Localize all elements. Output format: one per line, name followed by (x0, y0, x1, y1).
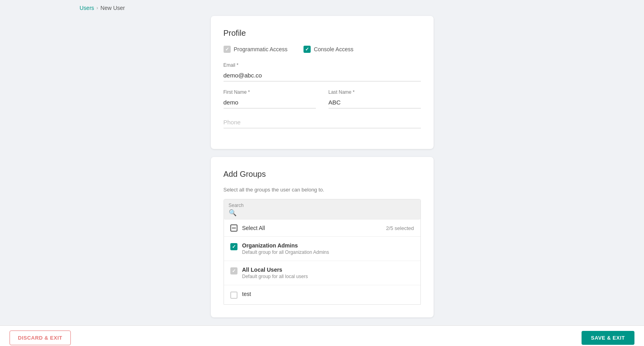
footer-bar: DISCARD & EXIT SAVE & EXIT (0, 325, 644, 346)
access-checkboxes: ✓ Programmatic Access ✓ Console Access (224, 46, 421, 53)
profile-card: Profile ✓ Programmatic Access ✓ Console … (211, 16, 434, 149)
group-checkbox-test[interactable] (230, 292, 237, 299)
breadcrumb: Users › New User (80, 5, 564, 11)
email-label: Email * (224, 62, 421, 68)
group-checkbox-local-users[interactable]: ✓ (230, 267, 237, 274)
profile-title: Profile (224, 29, 421, 38)
save-exit-button[interactable]: SAVE & EXIT (582, 331, 634, 345)
last-name-group: Last Name * (329, 89, 421, 108)
programmatic-access-item[interactable]: ✓ Programmatic Access (224, 46, 288, 53)
breadcrumb-users-link[interactable]: Users (80, 5, 94, 11)
first-name-label: First Name * (224, 89, 316, 95)
console-access-checkbox[interactable]: ✓ (304, 46, 311, 53)
group-item[interactable]: test (224, 285, 420, 304)
check-icon: ✓ (305, 47, 309, 52)
groups-title: Add Groups (224, 170, 421, 179)
discard-exit-button[interactable]: DISCARD & EXIT (10, 331, 71, 345)
breadcrumb-separator: › (97, 5, 98, 11)
console-access-label: Console Access (314, 46, 354, 52)
check-icon: ✓ (232, 269, 236, 273)
name-row: First Name * Last Name * (224, 89, 421, 108)
search-input[interactable] (239, 210, 416, 216)
search-box: Search 🔍 (224, 199, 420, 220)
console-access-item[interactable]: ✓ Console Access (304, 46, 354, 53)
breadcrumb-current: New User (101, 5, 125, 11)
group-info: All Local Users Default group for all lo… (242, 267, 414, 279)
group-item[interactable]: ✓ All Local Users Default group for all … (224, 261, 420, 285)
breadcrumb-area: Users › New User (0, 0, 644, 16)
check-icon: ✓ (225, 47, 229, 52)
group-name: All Local Users (242, 267, 414, 273)
group-info: Organization Admins Default group for al… (242, 242, 414, 255)
groups-subtitle: Select all the groups the user can belon… (224, 187, 421, 193)
group-desc: Default group for all Organization Admin… (242, 249, 414, 255)
search-wrapper: Search 🔍 Select All 2/5 selected (224, 199, 421, 305)
select-all-label: Select All (242, 225, 386, 231)
programmatic-access-checkbox[interactable]: ✓ (224, 46, 231, 53)
first-name-field[interactable] (224, 97, 316, 108)
content-area: Profile ✓ Programmatic Access ✓ Console … (0, 16, 644, 325)
phone-group (224, 116, 421, 128)
select-all-row[interactable]: Select All 2/5 selected (224, 220, 420, 237)
first-name-group: First Name * (224, 89, 316, 108)
page-wrapper: Users › New User Profile ✓ Programmatic … (0, 0, 644, 346)
search-icon: 🔍 (229, 209, 237, 216)
email-group: Email * (224, 62, 421, 81)
search-inner: 🔍 (229, 209, 416, 216)
selected-count: 2/5 selected (386, 225, 414, 231)
check-icon: ✓ (232, 244, 236, 249)
group-name: Organization Admins (242, 242, 414, 249)
phone-field[interactable] (224, 116, 421, 128)
groups-card: Add Groups Select all the groups the use… (211, 157, 434, 317)
select-all-checkbox[interactable] (230, 224, 237, 232)
search-label: Search (229, 203, 416, 208)
last-name-field[interactable] (329, 97, 421, 108)
partial-icon (232, 228, 236, 228)
group-item[interactable]: ✓ Organization Admins Default group for … (224, 237, 420, 261)
group-checkbox-org-admins[interactable]: ✓ (230, 243, 237, 250)
group-name: test (242, 291, 251, 297)
last-name-label: Last Name * (329, 89, 421, 95)
group-desc: Default group for all local users (242, 274, 414, 279)
email-field[interactable] (224, 70, 421, 81)
groups-scroll-area: ✓ Organization Admins Default group for … (224, 237, 420, 304)
programmatic-access-label: Programmatic Access (234, 46, 288, 52)
